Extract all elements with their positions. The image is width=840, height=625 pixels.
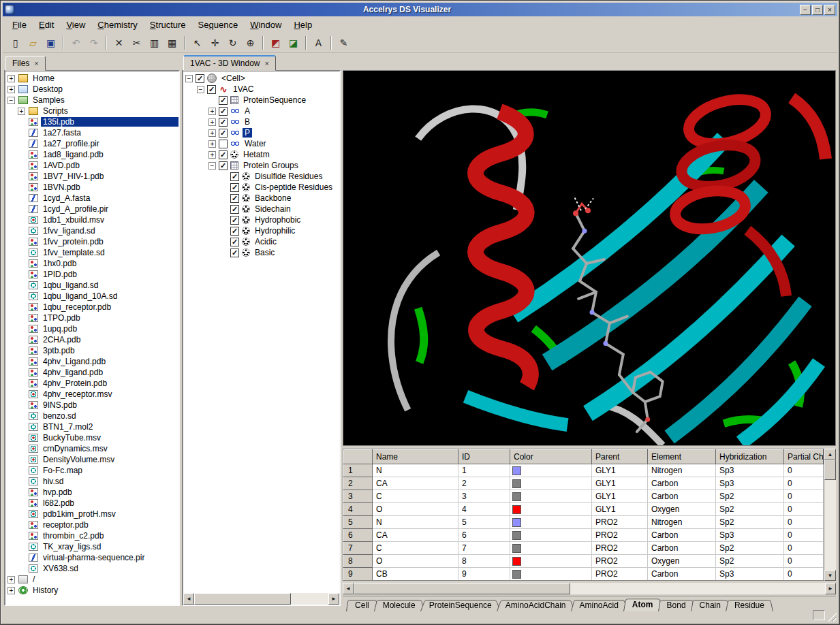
resize-grip[interactable] xyxy=(828,613,837,622)
new-file-button[interactable]: ▯ xyxy=(7,35,24,51)
visibility-checkbox[interactable]: ✓ xyxy=(230,194,239,203)
menu-sequence[interactable]: Sequence xyxy=(193,18,244,32)
file-tree-item[interactable]: 1fvv_protein.pdb xyxy=(5,236,178,247)
menu-file[interactable]: File xyxy=(7,18,32,32)
scroll-left-button[interactable]: ◄ xyxy=(343,583,354,594)
file-tree-item[interactable]: 1upq.pdb xyxy=(5,323,178,334)
expand-toggle-icon[interactable]: + xyxy=(7,75,15,82)
expand-toggle-icon[interactable]: − xyxy=(7,97,15,104)
hierarchy-item[interactable]: −✓1VAC xyxy=(183,84,339,95)
file-tree-item[interactable]: 1db1_xbuild.msv xyxy=(5,214,178,225)
file-tree-item[interactable]: thrombin_c2.pdb xyxy=(5,530,178,541)
scroll-up-button[interactable]: ▲ xyxy=(824,449,836,460)
scroll-right-button[interactable]: ► xyxy=(825,583,836,594)
visibility-checkbox[interactable]: ✓ xyxy=(230,238,239,246)
hierarchy-item[interactable]: −✓<Cell> xyxy=(183,73,339,84)
file-tree-item[interactable]: 1hx0.pdb xyxy=(5,258,178,269)
column-header[interactable] xyxy=(344,450,373,464)
visibility-checkbox[interactable]: ✓ xyxy=(219,161,228,170)
scroll-down-button[interactable]: ▼ xyxy=(824,570,836,581)
expand-toggle-icon[interactable]: − xyxy=(197,86,204,93)
hierarchy-item[interactable]: +✓A xyxy=(183,106,339,116)
maximize-button[interactable]: □ xyxy=(812,5,823,15)
expand-toggle-icon[interactable]: + xyxy=(208,129,216,137)
visibility-checkbox[interactable]: ✓ xyxy=(230,249,239,257)
file-tree-item[interactable]: 1a27.fasta xyxy=(5,127,178,138)
visibility-checkbox[interactable] xyxy=(219,140,228,148)
menu-view[interactable]: View xyxy=(61,18,91,32)
paste-button[interactable]: ▦ xyxy=(164,35,181,51)
menu-window[interactable]: Window xyxy=(245,18,287,32)
expand-toggle-icon[interactable]: − xyxy=(208,162,216,170)
visibility-checkbox[interactable]: ✓ xyxy=(219,96,228,105)
titlebar[interactable]: Accelrys DS Visualizer −□× xyxy=(3,3,837,16)
visibility-checkbox[interactable]: ✓ xyxy=(196,74,204,83)
tab-residue[interactable]: Residue xyxy=(726,598,773,611)
file-tree-item[interactable]: crnDynamics.msv xyxy=(5,443,178,454)
rotate-button[interactable]: ↻ xyxy=(224,35,241,51)
expand-toggle-icon[interactable]: + xyxy=(7,576,15,583)
file-tree-item[interactable]: 2CHA.pdb xyxy=(5,334,178,345)
column-header[interactable]: Hybridization xyxy=(716,450,784,464)
atom-row[interactable]: 1N1GLY1NitrogenSp30 xyxy=(344,464,824,477)
scroll-track[interactable] xyxy=(824,460,836,570)
view-mode-button[interactable]: ◩ xyxy=(267,35,284,51)
file-tree-item[interactable]: 4phv_ligand.pdb xyxy=(5,367,178,378)
close-icon[interactable]: × xyxy=(34,59,38,67)
hierarchy-item[interactable]: −✓Protein Groups xyxy=(183,160,339,171)
view-box-button[interactable]: ◪ xyxy=(285,35,302,51)
menu-edit[interactable]: Edit xyxy=(33,18,59,32)
3d-viewport[interactable] xyxy=(343,70,836,446)
copy-button[interactable]: ▥ xyxy=(146,35,163,51)
hierarchy-item[interactable]: ✓ProteinSequence xyxy=(183,95,339,106)
file-tree-item[interactable]: hiv.sd xyxy=(5,476,178,487)
file-tree-item[interactable]: XV638.sd xyxy=(5,563,178,574)
select-button[interactable]: ↖ xyxy=(189,35,206,51)
hierarchy-item[interactable]: ✓Disulfide Residues xyxy=(183,171,339,182)
file-tree-item[interactable]: 1BV7_HIV-1.pdb xyxy=(5,171,178,182)
file-tree-item[interactable]: +Desktop xyxy=(5,84,178,95)
column-header[interactable]: Name xyxy=(373,450,458,464)
hierarchy-item[interactable]: ✓Cis-peptide Residues xyxy=(183,182,339,193)
menu-chemistry[interactable]: Chemistry xyxy=(92,18,143,32)
file-tree-item[interactable]: l682.pdb xyxy=(5,498,178,509)
file-tree-item[interactable]: 4phv_Protein.pdb xyxy=(5,378,178,389)
tab-aminoacid[interactable]: AminoAcid xyxy=(571,598,627,611)
scroll-thumb[interactable] xyxy=(194,593,291,605)
file-tree-item[interactable]: receptor.pdb xyxy=(5,519,178,530)
atom-row[interactable]: 9CB9PRO2CarbonSp30 xyxy=(344,568,824,581)
file-tree-item[interactable]: 1TPO.pdb xyxy=(5,312,178,323)
file-tree-item[interactable]: TK_xray_ligs.sd xyxy=(5,541,178,552)
file-tree-item[interactable]: 1cyd_A_profile.pir xyxy=(5,204,178,214)
tab-chain[interactable]: Chain xyxy=(691,598,730,611)
file-tree-item[interactable]: 1qbu_ligand_10A.sd xyxy=(5,291,178,302)
visibility-checkbox[interactable]: ✓ xyxy=(207,85,216,94)
file-tree-item[interactable]: 1PID.pdb xyxy=(5,269,178,280)
visibility-checkbox[interactable]: ✓ xyxy=(219,107,228,116)
undo-button[interactable]: ↶ xyxy=(67,35,84,51)
file-tree-item[interactable]: DensityVolume.msv xyxy=(5,454,178,465)
tab-bond[interactable]: Bond xyxy=(658,598,695,611)
visibility-checkbox[interactable]: ✓ xyxy=(219,129,228,138)
tab-aminoacidchain[interactable]: AminoAcidChain xyxy=(497,598,575,611)
file-tree-item[interactable]: 1a27_profile.pir xyxy=(5,138,178,149)
visibility-checkbox[interactable]: ✓ xyxy=(219,118,228,127)
expand-toggle-icon[interactable]: + xyxy=(7,587,15,594)
sketch-button[interactable]: ✎ xyxy=(335,35,352,51)
column-header[interactable]: Element xyxy=(648,450,716,464)
file-tree-item[interactable]: virtual-pharma-sequence.pir xyxy=(5,552,178,563)
translate-button[interactable]: ✛ xyxy=(206,35,223,51)
expand-toggle-icon[interactable]: + xyxy=(208,151,216,159)
minimize-button[interactable]: − xyxy=(800,5,811,15)
tab-cell[interactable]: Cell xyxy=(346,598,378,611)
atom-row[interactable]: 7C7PRO2CarbonSp20 xyxy=(344,542,824,555)
expand-toggle-icon[interactable]: − xyxy=(185,75,193,82)
atom-row[interactable]: 3C3GLY1CarbonSp20 xyxy=(344,490,824,503)
menu-structure[interactable]: Structure xyxy=(144,18,191,32)
file-tree-item[interactable]: 4phv_receptor.msv xyxy=(5,389,178,400)
column-header[interactable]: Partial Charge xyxy=(784,450,824,464)
hierarchy-item[interactable]: ✓Acidic xyxy=(183,236,339,247)
menu-help[interactable]: Help xyxy=(288,18,317,32)
file-tree-item[interactable]: Fo-Fc.map xyxy=(5,465,178,476)
column-header[interactable]: ID xyxy=(458,450,510,464)
